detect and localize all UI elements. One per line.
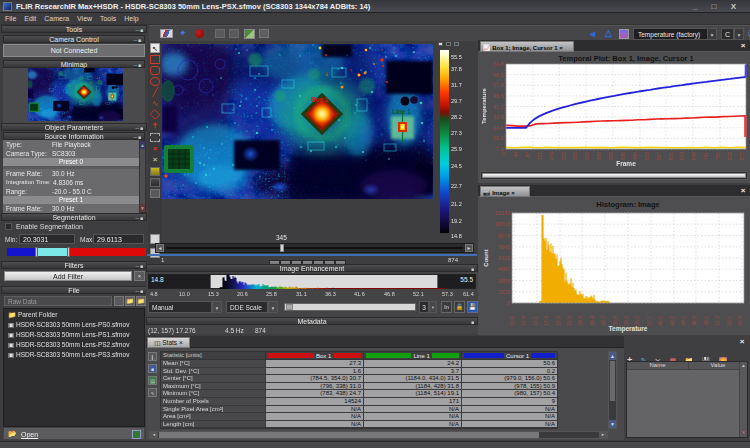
svg-text:12.9: 12.9 [520, 316, 526, 326]
svg-text:Temperature: Temperature [609, 325, 648, 333]
svg-text:872: 872 [739, 152, 745, 161]
svg-text:654: 654 [679, 152, 685, 161]
svg-text:0: 0 [507, 300, 510, 306]
svg-text:12232: 12232 [495, 210, 510, 216]
svg-text:46.8: 46.8 [691, 316, 697, 326]
svg-text:567: 567 [656, 152, 662, 161]
svg-text:55.8: 55.8 [737, 316, 743, 326]
svg-text:305: 305 [584, 152, 590, 161]
svg-text:6116: 6116 [498, 255, 510, 261]
svg-text:218: 218 [561, 152, 567, 161]
svg-text:Temporal Plot: Box 1, Image, C: Temporal Plot: Box 1, Image, Cursor 1 [558, 54, 693, 63]
svg-text:40.0: 40.0 [657, 316, 663, 326]
svg-text:Temperature: Temperature [481, 87, 487, 124]
svg-text:Box 1: Box 1 [311, 96, 329, 103]
svg-text:21.9: 21.9 [566, 316, 572, 326]
svg-text:Count: Count [483, 249, 489, 266]
svg-text:1529: 1529 [498, 289, 510, 295]
svg-text:7645: 7645 [498, 244, 510, 250]
svg-text:15.1: 15.1 [532, 316, 538, 326]
svg-text:Line 1: Line 1 [392, 108, 411, 115]
svg-text:Frame: Frame [616, 160, 636, 167]
svg-text:131: 131 [537, 152, 543, 161]
svg-text:24.2: 24.2 [577, 316, 583, 326]
svg-text:74.8: 74.8 [493, 61, 504, 67]
svg-text:87: 87 [525, 152, 531, 158]
svg-text:741: 741 [703, 152, 709, 161]
svg-text:610: 610 [668, 152, 674, 161]
svg-text:523: 523 [644, 152, 650, 161]
svg-text:53.5: 53.5 [726, 316, 732, 326]
svg-text:785: 785 [715, 152, 721, 161]
svg-text:698: 698 [691, 152, 697, 161]
svg-text:262: 262 [572, 152, 578, 161]
svg-text:828: 828 [727, 152, 733, 161]
svg-text:19.6: 19.6 [555, 316, 561, 326]
svg-text:32.9: 32.9 [493, 114, 504, 120]
svg-text:44.5: 44.5 [680, 316, 686, 326]
svg-text:66.1: 66.1 [493, 72, 504, 78]
svg-text:24.6: 24.6 [493, 125, 504, 131]
svg-text:9174: 9174 [498, 233, 510, 239]
svg-text:49.5: 49.5 [493, 93, 504, 99]
svg-text:0: 0 [501, 152, 507, 155]
svg-text:3058: 3058 [498, 278, 510, 284]
svg-text:42.2: 42.2 [669, 316, 675, 326]
svg-text:349: 349 [596, 152, 602, 161]
svg-text:51.3: 51.3 [714, 316, 720, 326]
svg-text:26.4: 26.4 [589, 316, 595, 326]
svg-text:44: 44 [513, 152, 519, 158]
svg-text:4587: 4587 [498, 266, 510, 272]
svg-text:49.0: 49.0 [703, 316, 709, 326]
svg-text:10.6: 10.6 [509, 316, 515, 326]
svg-text:174: 174 [549, 152, 555, 161]
svg-text:10703: 10703 [495, 221, 510, 227]
svg-text:57.8: 57.8 [493, 82, 504, 88]
svg-text:28.7: 28.7 [600, 316, 606, 326]
svg-text:392: 392 [608, 152, 614, 161]
svg-text:41.2: 41.2 [493, 104, 504, 110]
svg-text:Histogram: Image: Histogram: Image [596, 200, 659, 209]
svg-text:17.4: 17.4 [543, 316, 549, 326]
svg-text:16.2: 16.2 [493, 135, 504, 141]
svg-text:7.9: 7.9 [496, 146, 504, 152]
